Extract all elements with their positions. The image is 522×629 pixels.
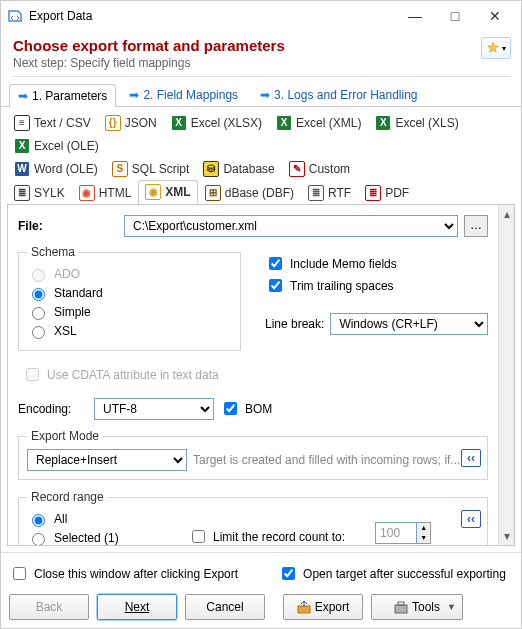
format-icon: ≣ [14, 185, 30, 201]
favorites-button[interactable]: ▾ [481, 37, 511, 59]
file-combo[interactable]: C:\Export\customer.xml [124, 215, 458, 237]
format-tab[interactable]: ≡Text / CSV [7, 111, 98, 134]
arrow-icon: ➡ [260, 88, 270, 102]
vertical-scrollbar[interactable]: ▴ ▾ [498, 205, 514, 545]
export-mode-legend: Export Mode [27, 429, 103, 443]
collapse-record-range-button[interactable]: ‹‹ [461, 510, 481, 528]
format-tab[interactable]: ◉XML [138, 180, 197, 204]
export-mode-hint: Target is created and filled with incomi… [193, 453, 460, 467]
format-icon: X [276, 115, 292, 131]
format-icon: ⊞ [205, 185, 221, 201]
titlebar: Export Data — □ ✕ [1, 1, 521, 31]
format-icon: S [112, 161, 128, 177]
step-tab[interactable]: ➡3. Logs and Error Handling [251, 83, 426, 106]
schema-option[interactable]: XSL [27, 323, 232, 339]
format-icon: {} [105, 115, 121, 131]
format-tab[interactable]: XExcel (XLSX) [164, 111, 269, 134]
record-range-legend: Record range [27, 490, 108, 504]
format-icon: ◉ [145, 184, 161, 200]
format-tab[interactable]: SSQL Script [105, 157, 197, 180]
schema-legend: Schema [27, 245, 79, 259]
format-icon: ◉ [79, 185, 95, 201]
format-tabs: ≡Text / CSV{}JSONXExcel (XLSX)XExcel (XM… [1, 107, 521, 205]
svg-rect-1 [395, 605, 407, 613]
limit-count-spinner[interactable]: ▲▼ [375, 508, 431, 544]
schema-option[interactable]: Standard [27, 285, 232, 301]
encoding-label: Encoding: [18, 402, 88, 416]
format-tab[interactable]: XExcel (XLS) [368, 111, 465, 134]
record-range-option[interactable]: Selected (1) [27, 530, 158, 545]
format-icon: ≣ [308, 185, 324, 201]
format-icon: X [171, 115, 187, 131]
format-tab[interactable]: ≣PDF [358, 180, 416, 204]
scroll-down-icon: ▾ [504, 529, 510, 543]
schema-option: ADO [27, 266, 232, 282]
back-button: Back [9, 594, 89, 620]
svg-rect-0 [298, 606, 310, 613]
schema-option[interactable]: Simple [27, 304, 232, 320]
wizard-header: Choose export format and parameters Next… [1, 31, 521, 79]
page-title: Choose export format and parameters [13, 37, 511, 54]
next-button[interactable]: Next [97, 594, 177, 620]
format-tab[interactable]: ⊞dBase (DBF) [198, 180, 301, 204]
format-icon: X [375, 115, 391, 131]
svg-rect-2 [398, 602, 404, 605]
step-tabs: ➡1. Parameters➡2. Field Mappings➡3. Logs… [1, 79, 521, 107]
cancel-button[interactable]: Cancel [185, 594, 265, 620]
file-label: File: [18, 219, 118, 233]
format-tab[interactable]: XExcel (XML) [269, 111, 368, 134]
format-tab[interactable]: ≣RTF [301, 180, 358, 204]
page-subtitle: Next step: Specify field mappings [13, 56, 511, 70]
step-tab[interactable]: ➡1. Parameters [9, 84, 116, 107]
linebreak-select[interactable]: Windows (CR+LF) [330, 313, 488, 335]
include-memo-check[interactable]: Include Memo fields [265, 254, 488, 273]
record-range-option[interactable]: All [27, 511, 158, 527]
format-icon: ⛁ [203, 161, 219, 177]
format-icon: ✎ [289, 161, 305, 177]
format-icon: W [14, 161, 30, 177]
format-tab[interactable]: ≣SYLK [7, 180, 72, 204]
browse-button[interactable]: … [464, 215, 488, 237]
format-icon: ≣ [365, 185, 381, 201]
export-icon [297, 600, 311, 614]
format-tab[interactable]: WWord (OLE) [7, 157, 105, 180]
step-tab[interactable]: ➡2. Field Mappings [120, 83, 247, 106]
format-tab[interactable]: ◉HTML [72, 180, 139, 204]
bom-check[interactable]: BOM [220, 399, 272, 418]
chevron-down-icon: ▾ [502, 44, 506, 53]
format-tab[interactable]: ✎Custom [282, 157, 357, 180]
toolbox-icon [394, 600, 408, 614]
close-window-button[interactable]: ✕ [475, 8, 515, 24]
export-mode-select[interactable]: Replace+Insert [27, 449, 187, 471]
export-mode-group: Export Mode ‹‹ Replace+Insert Target is … [18, 429, 488, 480]
minimize-button[interactable]: — [395, 8, 435, 24]
export-button[interactable]: Export [283, 594, 363, 620]
footer: Close this window after clicking Export … [1, 552, 521, 628]
scroll-up-icon: ▴ [504, 207, 510, 221]
limit-count-check[interactable]: Limit the record count to: [188, 527, 345, 545]
schema-group: Schema ADOStandardSimpleXSL [18, 245, 241, 351]
record-range-group: Record range ‹‹ AllSelected (1)From curr… [18, 490, 488, 545]
linebreak-label: Line break: [265, 317, 324, 331]
collapse-export-mode-button[interactable]: ‹‹ [461, 449, 481, 467]
arrow-icon: ➡ [18, 89, 28, 103]
cdata-check: Use CDATA attribute in text data [22, 365, 488, 384]
tools-button[interactable]: Tools▼ [371, 594, 463, 620]
format-tab[interactable]: ⛁Database [196, 157, 281, 180]
app-icon [7, 8, 23, 24]
format-icon: X [14, 138, 30, 154]
format-tab[interactable]: {}JSON [98, 111, 164, 134]
format-icon: ≡ [14, 115, 30, 131]
encoding-select[interactable]: UTF-8 [94, 398, 214, 420]
format-tab[interactable]: XExcel (OLE) [7, 134, 106, 157]
trim-spaces-check[interactable]: Trim trailing spaces [265, 276, 488, 295]
maximize-button[interactable]: □ [435, 8, 475, 24]
open-target-check[interactable]: Open target after successful exporting [278, 564, 506, 583]
arrow-icon: ➡ [129, 88, 139, 102]
window-title: Export Data [29, 9, 395, 23]
close-after-export-check[interactable]: Close this window after clicking Export [9, 564, 238, 583]
